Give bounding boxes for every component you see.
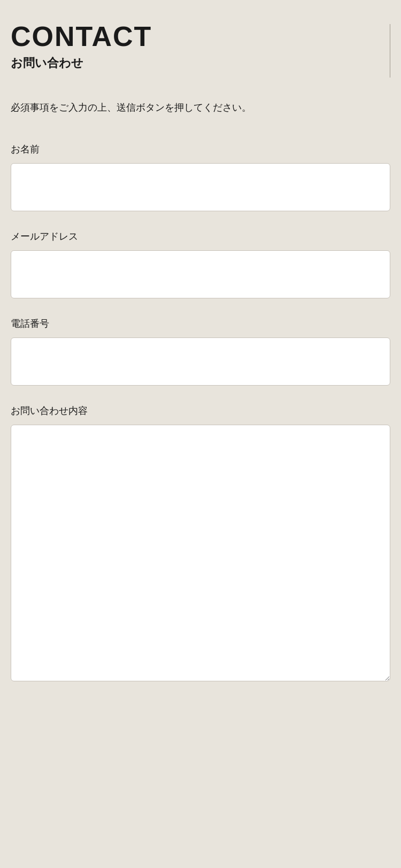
email-field-group: メールアドレス [11,230,390,298]
header-section: CONTACT お問い合わせ [11,21,390,78]
name-label: お名前 [11,143,390,156]
email-label: メールアドレス [11,230,390,243]
header-divider [390,24,390,78]
contact-form: お名前 メールアドレス 電話番号 お問い合わせ内容 [11,143,390,683]
message-label: お問い合わせ内容 [11,404,390,417]
email-input[interactable] [11,250,390,298]
message-input[interactable] [11,425,390,681]
phone-label: 電話番号 [11,317,390,330]
page-container: CONTACT お問い合わせ 必須事項をご入力の上、送信ボタンを押してください。… [11,21,390,683]
phone-field-group: 電話番号 [11,317,390,386]
phone-input[interactable] [11,337,390,386]
name-field-group: お名前 [11,143,390,211]
name-input[interactable] [11,163,390,211]
page-title: CONTACT [11,21,379,52]
page-subtitle: お問い合わせ [11,55,379,71]
message-field-group: お問い合わせ内容 [11,404,390,683]
description-text: 必須事項をご入力の上、送信ボタンを押してください。 [11,99,390,116]
header-text: CONTACT お問い合わせ [11,21,379,71]
